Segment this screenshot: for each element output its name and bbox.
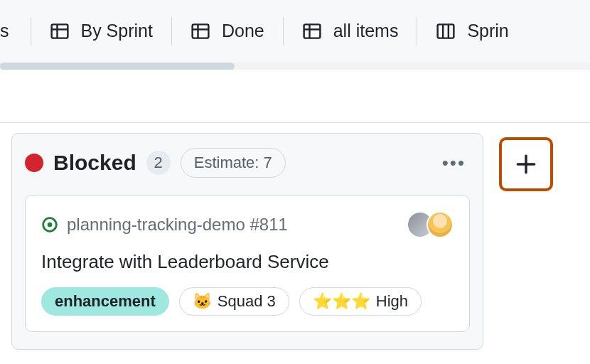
- label-enhancement[interactable]: enhancement: [41, 287, 169, 316]
- label-squad[interactable]: 🐱 Squad 3: [179, 287, 289, 316]
- view-tabstrip: s By Sprint Done all items: [0, 0, 590, 63]
- status-dot-icon: [25, 154, 43, 172]
- tab-divider: [171, 17, 172, 46]
- cat-emoji-icon: 🐱: [193, 294, 212, 309]
- column-title: Blocked: [53, 151, 136, 175]
- tab-divider: [283, 17, 284, 46]
- svg-point-13: [48, 223, 53, 228]
- avatar: [427, 211, 454, 238]
- column-estimate-badge: Estimate: 7: [181, 148, 286, 178]
- issue-repo-ref: planning-tracking-demo #811: [67, 215, 288, 235]
- board-column-blocked: Blocked 2 Estimate: 7 ••• planning-track…: [11, 133, 483, 350]
- tab-divider: [417, 17, 417, 46]
- tab-label: Sprin: [467, 21, 508, 41]
- plus-icon: [514, 152, 538, 176]
- board-area: Blocked 2 Estimate: 7 ••• planning-track…: [0, 122, 590, 364]
- tabstrip-scrollbar[interactable]: [0, 63, 590, 70]
- column-count-badge: 2: [146, 151, 171, 175]
- tab-divider: [31, 17, 31, 46]
- board-icon: [436, 21, 456, 41]
- tab-label: all items: [333, 21, 399, 41]
- label-text: Squad 3: [218, 292, 276, 311]
- label-priority[interactable]: ⭐⭐⭐ High: [299, 287, 422, 316]
- add-column-button[interactable]: [499, 137, 553, 191]
- card-header: planning-tracking-demo #811: [41, 211, 454, 238]
- star-emoji-icon: ⭐⭐⭐: [313, 294, 370, 309]
- column-menu-button[interactable]: •••: [438, 149, 470, 177]
- tab-done[interactable]: Done: [185, 16, 270, 46]
- tab-by-sprint[interactable]: By Sprint: [44, 16, 159, 46]
- label-text: High: [376, 292, 408, 311]
- tab-label: Done: [222, 21, 264, 41]
- table-icon: [302, 21, 322, 41]
- issue-title: Integrate with Leaderboard Service: [41, 251, 454, 273]
- assignee-avatars[interactable]: [407, 211, 454, 238]
- svg-rect-9: [438, 24, 454, 38]
- svg-rect-6: [304, 24, 320, 38]
- column-header: Blocked 2 Estimate: 7 •••: [25, 148, 470, 178]
- table-icon: [50, 21, 70, 41]
- table-icon: [191, 21, 210, 41]
- issue-open-icon: [41, 216, 58, 233]
- tab-cutoff-left: s: [0, 21, 18, 41]
- tab-all-items[interactable]: all items: [296, 16, 404, 46]
- svg-rect-0: [51, 24, 68, 38]
- svg-rect-3: [193, 24, 209, 38]
- issue-labels: enhancement 🐱 Squad 3 ⭐⭐⭐ High: [41, 287, 454, 316]
- issue-card[interactable]: planning-tracking-demo #811 Integrate wi…: [25, 195, 470, 332]
- label-text: enhancement: [55, 292, 156, 311]
- tab-label: By Sprint: [81, 21, 153, 41]
- tab-cutoff-right[interactable]: Sprin: [430, 16, 508, 46]
